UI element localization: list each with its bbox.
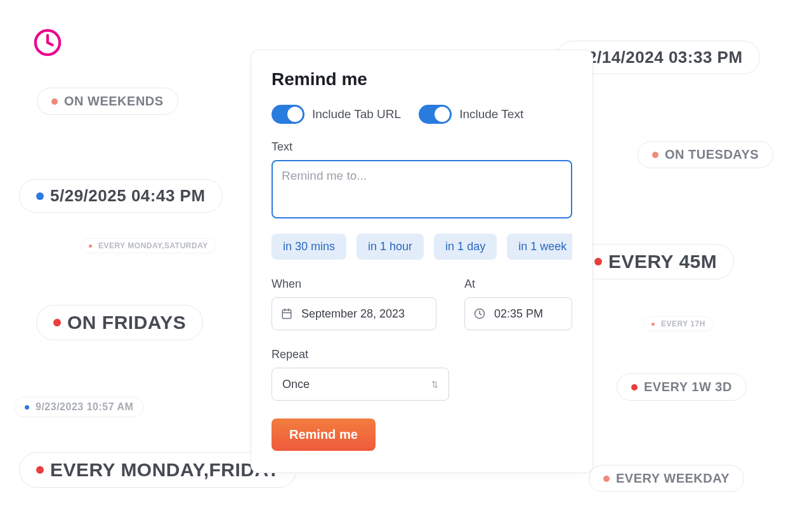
chip-p8: ON TUESDAYS <box>638 141 773 168</box>
chip-p2: 5/29/2025 04:43 PM <box>19 179 223 213</box>
repeat-label: Repeat <box>272 348 572 361</box>
include-tab-url-label: Include Tab URL <box>312 107 401 121</box>
status-dot-icon <box>25 405 29 410</box>
chip-label: EVERY 17H <box>661 319 705 328</box>
card-title: Remind me <box>272 69 572 90</box>
status-dot-icon <box>603 476 610 482</box>
status-dot-icon <box>89 244 92 248</box>
include-text-label: Include Text <box>459 107 523 121</box>
text-field-label: Text <box>272 140 572 154</box>
status-dot-icon <box>51 98 58 105</box>
include-text-toggle-group: Include Text <box>419 105 523 124</box>
status-dot-icon <box>36 466 44 474</box>
chip-label: EVERY MONDAY,FRIDAY <box>50 459 280 481</box>
chip-label: EVERY WEEKDAY <box>616 471 730 486</box>
repeat-value: Once <box>282 378 310 391</box>
time-picker[interactable]: 02:35 PM <box>464 297 572 330</box>
status-dot-icon <box>36 192 44 200</box>
clock-icon <box>474 308 485 319</box>
chip-p5: 9/23/2023 10:57 AM <box>14 397 144 417</box>
chip-label: EVERY 1W 3D <box>644 380 732 394</box>
status-dot-icon <box>652 323 655 326</box>
chip-p3: EVERY MONDAY,SATURDAY <box>81 238 216 253</box>
chip-label: 2/14/2024 03:33 PM <box>587 48 743 67</box>
remind-me-button[interactable]: Remind me <box>272 418 376 451</box>
chip-label: ON FRIDAYS <box>67 312 186 333</box>
repeat-select[interactable]: Once <box>272 368 449 401</box>
calendar-icon <box>281 308 292 319</box>
preset-in-1-hour[interactable]: in 1 hour <box>357 234 424 260</box>
chip-label: 9/23/2023 10:57 AM <box>36 401 133 413</box>
include-text-toggle[interactable] <box>419 105 452 124</box>
preset-buttons-row: in 30 minsin 1 hourin 1 dayin 1 week <box>272 234 572 260</box>
chip-p1: ON WEEKENDS <box>37 88 178 115</box>
chip-label: EVERY 45M <box>608 251 717 272</box>
reminder-text-input[interactable] <box>272 160 572 218</box>
chip-p10: EVERY 17H <box>643 316 714 331</box>
preset-in-1-day[interactable]: in 1 day <box>434 234 497 260</box>
include-tab-url-toggle-group: Include Tab URL <box>272 105 401 124</box>
date-value: September 28, 2023 <box>301 307 405 321</box>
status-dot-icon <box>594 258 602 265</box>
chip-label: ON WEEKENDS <box>64 94 164 109</box>
include-tab-url-toggle[interactable] <box>272 105 304 124</box>
chip-p9: EVERY 45M <box>577 244 734 279</box>
chip-p4: ON FRIDAYS <box>36 305 203 340</box>
when-label: When <box>272 277 436 291</box>
preset-in-1-week[interactable]: in 1 week <box>507 234 572 260</box>
preset-in-30-mins[interactable]: in 30 mins <box>272 234 346 260</box>
toggles-row: Include Tab URL Include Text <box>272 105 572 124</box>
chip-p12: EVERY WEEKDAY <box>589 465 744 492</box>
chip-label: EVERY MONDAY,SATURDAY <box>98 241 208 250</box>
chip-label: ON TUESDAYS <box>665 147 759 162</box>
date-picker[interactable]: September 28, 2023 <box>272 297 436 330</box>
remind-me-card: Remind me Include Tab URL Include Text T… <box>251 50 593 473</box>
at-label: At <box>464 277 572 291</box>
status-dot-icon <box>631 384 638 391</box>
status-dot-icon <box>652 152 658 158</box>
svg-rect-1 <box>282 310 291 319</box>
status-dot-icon <box>53 319 61 326</box>
chip-label: 5/29/2025 04:43 PM <box>50 186 206 206</box>
time-value: 02:35 PM <box>494 307 543 321</box>
clock-logo-icon <box>33 28 62 57</box>
chip-p11: EVERY 1W 3D <box>617 373 747 401</box>
